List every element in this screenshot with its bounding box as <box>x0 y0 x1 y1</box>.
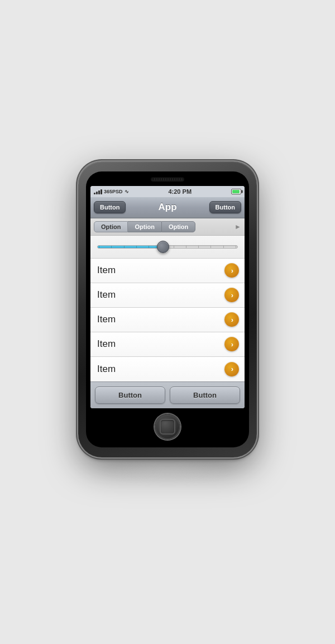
status-right <box>231 189 241 194</box>
segment-option2[interactable]: Option <box>128 221 161 232</box>
tick <box>236 246 236 248</box>
nav-title: App <box>126 202 209 213</box>
slider-area <box>90 236 245 259</box>
chevron-button-2[interactable]: › <box>224 312 239 327</box>
screen-bezel: 365PSD ∿ 4:20 PM Button App Button <box>86 171 249 447</box>
bottom-toolbar: Button Button <box>90 381 245 408</box>
list-item-label: Item <box>97 364 116 375</box>
segment-option3[interactable]: Option <box>161 221 195 232</box>
phone-device: 365PSD ∿ 4:20 PM Button App Button <box>78 161 257 483</box>
tick <box>223 246 224 248</box>
signal-bars-icon <box>94 189 102 194</box>
phone-reflection <box>101 461 234 483</box>
home-button-wrap <box>90 408 245 442</box>
nav-left-button[interactable]: Button <box>94 201 126 213</box>
status-time: 4:20 PM <box>168 188 192 195</box>
status-bar: 365PSD ∿ 4:20 PM <box>90 186 245 197</box>
speaker <box>151 177 184 182</box>
tick <box>186 246 186 248</box>
tick <box>124 246 125 248</box>
chevron-right-icon: › <box>231 292 233 299</box>
chevron-right-icon: › <box>231 267 233 274</box>
tick <box>198 246 199 248</box>
wifi-icon: ∿ <box>125 189 129 194</box>
segment-arrow-icon: ► <box>234 223 241 231</box>
signal-bar-2 <box>96 192 98 194</box>
segment-option1[interactable]: Option <box>94 221 128 232</box>
toolbar-button-1[interactable]: Button <box>95 387 165 404</box>
segment-control: Option Option Option ► <box>90 218 245 236</box>
list-item-label: Item <box>97 314 116 325</box>
carrier-label: 365PSD <box>104 189 123 194</box>
list-item-label: Item <box>97 265 116 276</box>
chevron-right-icon: › <box>231 341 233 348</box>
chevron-right-icon: › <box>231 316 233 323</box>
home-button[interactable] <box>155 414 180 440</box>
nav-bar: Button App Button <box>90 197 245 218</box>
tick <box>149 246 149 248</box>
nav-right-button[interactable]: Button <box>209 201 241 213</box>
chevron-right-icon: › <box>231 365 233 373</box>
toolbar-button-2[interactable]: Button <box>170 387 240 404</box>
tick <box>136 246 137 248</box>
list-item[interactable]: Item › <box>90 357 245 381</box>
status-left: 365PSD ∿ <box>94 189 129 194</box>
tick <box>111 246 112 248</box>
signal-bar-4 <box>100 189 102 194</box>
list-item-label: Item <box>97 338 116 350</box>
battery-fill <box>232 190 240 193</box>
list-item[interactable]: Item › <box>90 259 245 283</box>
chevron-button-4[interactable]: › <box>224 362 239 376</box>
phone-screen: 365PSD ∿ 4:20 PM Button App Button <box>90 186 245 408</box>
slider-track-wrap <box>97 241 238 252</box>
tick <box>210 246 211 248</box>
battery-icon <box>231 189 241 194</box>
phone-outer-shell: 365PSD ∿ 4:20 PM Button App Button <box>78 161 257 457</box>
chevron-button-0[interactable]: › <box>224 263 239 278</box>
list-item[interactable]: Item › <box>90 308 245 332</box>
tick <box>99 246 99 248</box>
list-item-label: Item <box>97 289 116 300</box>
list-item[interactable]: Item › <box>90 283 245 308</box>
home-button-inner <box>160 419 175 435</box>
tick <box>174 246 174 248</box>
list-section: Item › Item › Item › <box>90 259 245 381</box>
chevron-button-3[interactable]: › <box>224 337 239 351</box>
list-item[interactable]: Item › <box>90 332 245 357</box>
signal-bar-3 <box>98 190 100 194</box>
signal-bar-1 <box>94 193 95 194</box>
chevron-button-1[interactable]: › <box>224 288 239 302</box>
slider-thumb[interactable] <box>157 241 169 253</box>
